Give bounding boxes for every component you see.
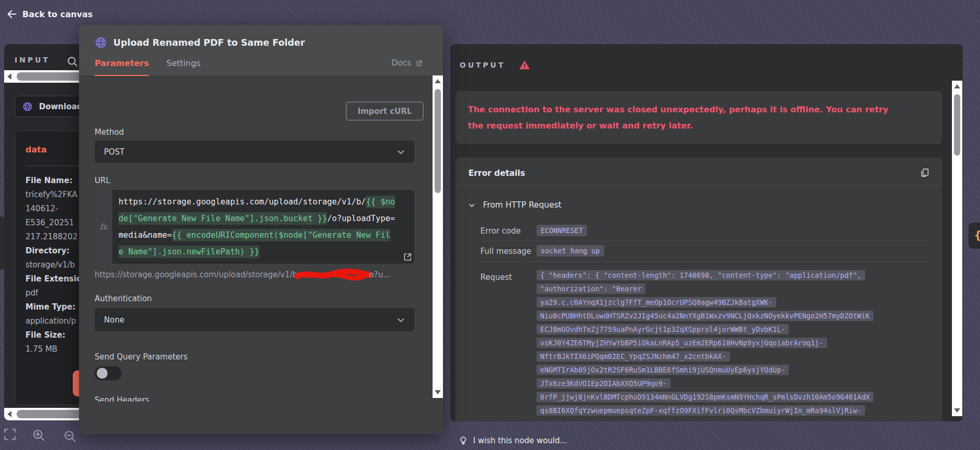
- error-code-value: ECONNRESET: [537, 225, 587, 236]
- url-expression-editor[interactable]: fx https://storage.googleapis.com/upload…: [95, 190, 414, 264]
- schema-panel-tab[interactable]: {: [968, 222, 980, 249]
- method-select[interactable]: POST: [95, 140, 414, 163]
- fx-icon: fx: [100, 222, 107, 232]
- node-settings-modal: Upload Renamed PDF to Same Folder Parame…: [79, 25, 443, 434]
- node-feedback-prompt[interactable]: I wish this node would...: [459, 436, 567, 445]
- tab-parameters[interactable]: Parameters: [95, 58, 149, 76]
- send-headers-label: Send Headers: [95, 395, 149, 402]
- divider: [455, 185, 942, 185]
- zoom-out-icon[interactable]: [63, 430, 77, 443]
- fit-view-icon[interactable]: [3, 428, 17, 441]
- authentication-value: None: [104, 315, 397, 325]
- error-details-card: Error details From HTTP Request Error co…: [455, 158, 942, 421]
- modal-vertical-scrollbar[interactable]: [433, 75, 443, 398]
- authentication-label: Authentication: [95, 294, 152, 303]
- scrollbar-left-arrow-icon[interactable]: [7, 73, 11, 80]
- docs-link[interactable]: Docs: [391, 58, 423, 68]
- expression-gutter: fx: [95, 190, 112, 264]
- method-value: POST: [104, 147, 397, 157]
- send-headers-clipped: Send Headers: [95, 395, 149, 402]
- url-label: URL: [95, 176, 110, 185]
- input-node-button-label: Download: [39, 102, 83, 111]
- arrow-left-icon: [6, 8, 18, 20]
- error-code-label: Error code: [480, 226, 521, 236]
- warning-icon: [519, 59, 530, 71]
- resolved-url-suffix: o?u...: [369, 270, 390, 279]
- lightbulb-icon: [459, 436, 468, 445]
- full-message-label: Full message: [480, 247, 531, 256]
- request-value: { "headers": { "content-length": 1748698…: [537, 270, 932, 419]
- modal-body: Import cURL Method POST URL fx https://s…: [79, 75, 443, 434]
- search-icon[interactable]: [67, 56, 78, 67]
- external-link-icon: [415, 59, 423, 67]
- resolved-url-preview: https://storage.googleapis.com/upload/st…: [95, 268, 417, 281]
- expand-icon[interactable]: [403, 253, 412, 261]
- output-panel: OUTPUT The connection to the server was …: [450, 44, 963, 421]
- node-title[interactable]: Upload Renamed PDF to Same Folder: [113, 37, 305, 48]
- scribble-redaction: [294, 268, 372, 281]
- error-details-heading: Error details: [468, 169, 525, 178]
- resolved-url-prefix: https://storage.googleapis.com/upload/st…: [95, 270, 297, 279]
- modal-header: Upload Renamed PDF to Same Folder Parame…: [79, 25, 443, 75]
- scrollbar-thumb[interactable]: [954, 94, 960, 156]
- scrollbar-up-arrow-icon[interactable]: [435, 79, 441, 83]
- data-card-heading[interactable]: data: [25, 145, 47, 155]
- tab-settings[interactable]: Settings: [166, 58, 201, 75]
- authentication-select[interactable]: None: [95, 308, 414, 331]
- import-curl-button[interactable]: Import cURL: [346, 101, 424, 121]
- zoom-in-icon[interactable]: [32, 429, 46, 442]
- docs-label: Docs: [391, 58, 411, 68]
- send-query-parameters-label: Send Query Parameters: [95, 352, 188, 362]
- toggle-knob: [97, 368, 108, 379]
- scrollbar-left-arrow-icon[interactable]: [7, 411, 11, 417]
- chevron-down-icon: [397, 148, 405, 156]
- output-vertical-scrollbar[interactable]: [952, 81, 962, 416]
- wish-label: I wish this node would...: [473, 436, 567, 445]
- chevron-down-icon: [468, 202, 475, 209]
- section-label: From HTTP Request: [483, 200, 561, 210]
- send-query-parameters-toggle[interactable]: [95, 366, 122, 380]
- full-message-value: socket hang up: [537, 245, 604, 256]
- scrollbar-down-arrow-icon[interactable]: [954, 408, 960, 413]
- scrollbar-thumb[interactable]: [435, 89, 441, 193]
- chevron-down-icon: [397, 316, 405, 324]
- back-to-canvas-button[interactable]: Back to canvas: [6, 8, 93, 20]
- scrollbar-down-arrow-icon[interactable]: [435, 390, 441, 394]
- output-panel-title: OUTPUT: [460, 61, 505, 69]
- url-code[interactable]: https://storage.googleapis.com/upload/st…: [112, 190, 414, 264]
- input-panel-title: INPUT: [15, 56, 50, 64]
- from-http-request-section[interactable]: From HTTP Request: [468, 200, 561, 210]
- copy-icon[interactable]: [920, 168, 930, 177]
- scrollbar-up-arrow-icon[interactable]: [954, 84, 960, 88]
- globe-icon: [95, 36, 107, 49]
- error-banner-text: The connection to the server was closed …: [468, 101, 892, 134]
- globe-icon: [22, 101, 33, 112]
- method-label: Method: [95, 127, 124, 137]
- back-to-canvas-label: Back to canvas: [22, 9, 93, 19]
- divider: [480, 261, 930, 262]
- divider: [480, 241, 930, 241]
- request-label: Request: [480, 273, 512, 282]
- error-banner: The connection to the server was closed …: [455, 91, 942, 144]
